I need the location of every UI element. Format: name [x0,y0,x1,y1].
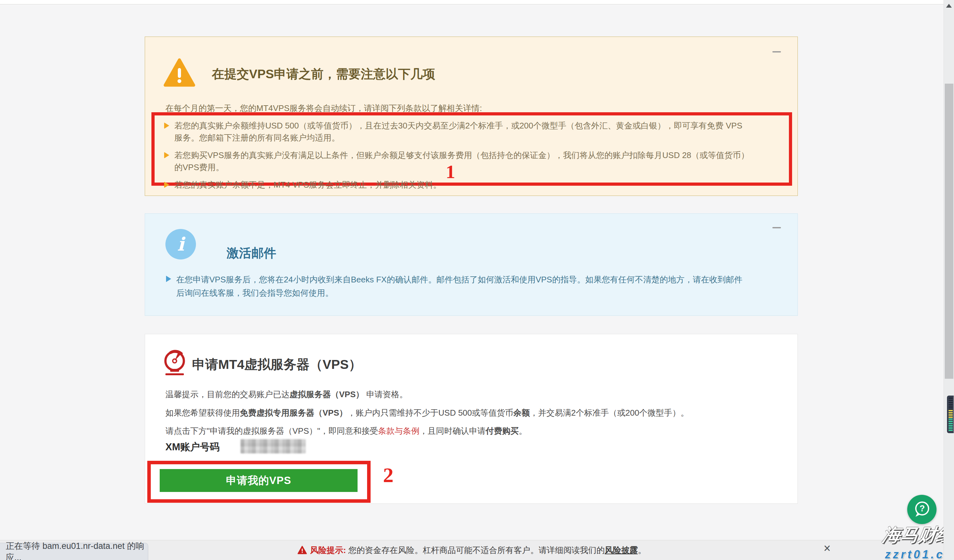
risk-warning-text: 风险提示: 您的资金存在风险。杠杆商品可能不适合所有客户。请详细阅读我们的风险披… [310,545,646,556]
bullet-text: 若您购买VPS服务的真实账户没有满足以上条件，但账户余额足够支付该服务费用（包括… [174,149,750,173]
activation-email-panel: i 激活邮件 在您申请VPS服务后，您将在24小时内收到来自Beeks FX的确… [145,213,798,316]
risk-disclosure-link[interactable]: 风险披露 [605,545,638,555]
bullet-arrow-icon [164,123,169,129]
bullet-text: 若您的真实账户余额维持USD 500（或等值货币），且在过去30天内交易至少满2… [174,120,750,144]
help-chat-button[interactable]: ? [907,495,937,524]
annotation-box-2: 申请我的VPS [147,461,371,503]
apply-vps-panel: 申请MT4虚拟服务器（VPS） 温馨提示，目前您的交易账户已达虚拟服务器（VPS… [145,334,798,504]
info-panel-title: 激活邮件 [226,244,276,262]
scrollbar-thumb[interactable] [945,84,953,379]
vertical-scrollbar [943,0,954,560]
list-item: 若您的真实账户余额维持USD 500（或等值货币），且在过去30天内交易至少满2… [164,120,780,144]
risk-triangle-icon [298,546,307,555]
question-bubble-icon: ? [912,499,932,520]
browser-status-text: 正在等待 bam.eu01.nr-data.net 的响应... [6,540,148,560]
annotation-number-2: 2 [383,463,393,487]
apply-my-vps-button[interactable]: 申请我的VPS [160,469,357,492]
list-item: 若您的真实账户余额不足，MT4 VPS服务会立即终止，并删除相关资料。 [164,179,780,191]
vps-gauge-icon [161,349,188,378]
page-background: 在提交VPS申请之前，需要注意以下几项 在每个月的第一天，您的MT4VPS服务将… [0,5,943,560]
browser-status-bubble: 正在等待 bam.eu01.nr-data.net 的响应... [0,543,148,560]
browser-viewport: 在提交VPS申请之前，需要注意以下几项 在每个月的第一天，您的MT4VPS服务将… [0,0,954,560]
annotation-box-1: 若您的真实账户余额维持USD 500（或等值货币），且在过去30天内交易至少满2… [151,112,792,186]
apply-paragraph-eligibility: 温馨提示，目前您的交易账户已达虚拟服务器（VPS） 申请资格。 [165,389,407,400]
warning-panel-title: 在提交VPS申请之前，需要注意以下几项 [212,65,435,83]
bullet-text: 在您申请VPS服务后，您将在24小时内收到来自Beeks FX的确认邮件。邮件包… [176,273,749,300]
svg-text:?: ? [920,504,925,513]
activity-meter-widget [947,395,954,433]
info-icon: i [165,229,196,260]
meter-teal-segment [949,418,953,431]
meter-yellow-segment [949,410,953,418]
xm-account-label: XM账户号码 [165,440,220,454]
bullet-text: 若您的真实账户余额不足，MT4 VPS服务会立即终止，并删除相关资料。 [174,179,441,191]
scroll-up-arrow-icon[interactable] [946,4,952,8]
page-top-strip [0,0,943,5]
close-icon[interactable]: × [820,541,834,555]
collapse-icon[interactable] [772,51,781,53]
terms-and-conditions-link[interactable]: 条款与条例 [378,426,419,436]
vps-notice-panel: 在提交VPS申请之前，需要注意以下几项 在每个月的第一天，您的MT4VPS服务将… [145,37,798,196]
bullet-arrow-icon [164,182,169,188]
apply-paragraph-conditions: 如果您希望获得使用免费虚拟专用服务器（VPS），账户内只需维持不少于USD 50… [165,408,689,418]
list-item: 若您购买VPS服务的真实账户没有满足以上条件，但账户余额足够支付该服务费用（包括… [164,149,780,173]
meter-dark-segment [949,398,953,410]
bullet-arrow-icon [164,152,169,159]
list-item: 在您申请VPS服务后，您将在24小时内收到来自Beeks FX的确认邮件。邮件包… [165,273,749,300]
annotation-number-1: 1 [446,161,455,183]
warning-triangle-icon [164,58,195,89]
apply-panel-title: 申请MT4虚拟服务器（VPS） [192,356,362,373]
bullet-arrow-icon [166,276,171,282]
apply-paragraph-terms: 请点击下方"申请我的虚拟服务器（VPS）"，即同意和接受条款与条例，且同时确认申… [165,425,527,437]
collapse-icon[interactable] [772,227,781,228]
account-number-redacted [240,439,306,453]
